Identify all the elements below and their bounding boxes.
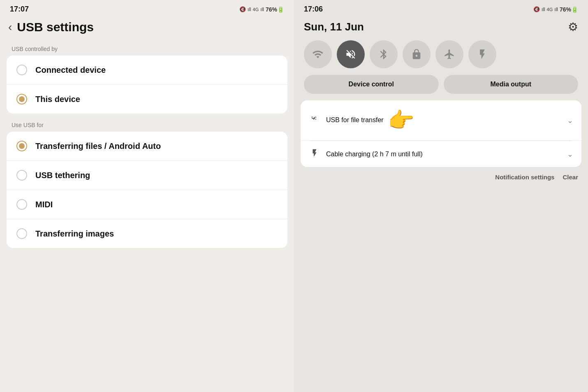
usb-file-transfer-text: USB for file transfer 👉 (326, 108, 567, 133)
back-button[interactable]: ‹ (8, 21, 12, 34)
midi-label: MIDI (35, 200, 53, 209)
date-display: Sun, 11 Jun (304, 21, 364, 33)
media-output-button[interactable]: Media output (444, 75, 579, 94)
left-time: 17:07 (10, 5, 29, 14)
right-battery-text: 76%🔋 (560, 6, 578, 13)
header-bar: ‹ USB settings (0, 17, 294, 41)
left-panel: 17:07 🔇 ıll 4G ıll 76%🔋 ‹ USB settings U… (0, 0, 294, 392)
clear-button[interactable]: Clear (563, 174, 578, 181)
mute-toggle[interactable] (337, 40, 365, 68)
transferring-files-option[interactable]: Transferring files / Android Auto (7, 132, 287, 161)
usb-tethering-option[interactable]: USB tethering (7, 161, 287, 190)
usb-file-transfer-notif[interactable]: USB for file transfer 👉 ⌄ (301, 100, 581, 141)
pointing-hand-icon: 👉 (388, 108, 414, 133)
right-status-icons: 🔇 ıll 4G ıll 76%🔋 (533, 6, 578, 13)
usb-controlled-label: USB controlled by (0, 41, 294, 56)
charging-expand-icon[interactable]: ⌄ (567, 150, 573, 159)
mute-icon: 🔇 (239, 6, 246, 12)
left-status-icons: 🔇 ıll 4G ıll 76%🔋 (239, 6, 284, 13)
airplane-mode-toggle[interactable] (435, 40, 463, 68)
right-signal-icon: ıll (542, 7, 545, 12)
usb-transfer-label: USB for file transfer (326, 116, 384, 123)
control-buttons-row: Device control Media output (294, 75, 588, 100)
this-device-radio[interactable] (16, 94, 27, 104)
transferring-files-radio[interactable] (16, 141, 27, 151)
midi-radio[interactable] (16, 199, 27, 210)
signal-icon: ıll (248, 7, 251, 12)
usb-expand-icon[interactable]: ⌄ (567, 116, 573, 125)
this-device-option[interactable]: This device (7, 85, 287, 114)
midi-option[interactable]: MIDI (7, 190, 287, 219)
cable-charging-notif[interactable]: Cable charging (2 h 7 m until full) ⌄ (301, 141, 581, 167)
transferring-images-radio[interactable] (16, 228, 27, 239)
usb-tethering-radio[interactable] (16, 170, 27, 181)
right-4g-icon: 4G (547, 7, 553, 12)
settings-gear-icon[interactable]: ⚙ (568, 20, 578, 34)
notification-settings-button[interactable]: Notification settings (495, 174, 554, 181)
this-device-label: This device (35, 95, 80, 104)
flashlight-toggle[interactable] (468, 40, 496, 68)
transferring-files-label: Transferring files / Android Auto (35, 141, 161, 151)
connected-device-label: Connected device (35, 65, 106, 75)
date-settings-row: Sun, 11 Jun ⚙ (294, 17, 588, 40)
right-mute-icon: 🔇 (533, 6, 540, 12)
usb-tethering-label: USB tethering (35, 171, 90, 180)
transferring-images-label: Transferring images (35, 229, 114, 239)
right-status-bar: 17:06 🔇 ıll 4G ıll 76%🔋 (294, 0, 588, 17)
quick-toggles (294, 40, 588, 75)
wifi-toggle[interactable] (304, 40, 332, 68)
transferring-images-option[interactable]: Transferring images (7, 219, 287, 248)
right-signal2-icon: ıll (554, 7, 558, 12)
signal2-icon: ıll (260, 7, 264, 12)
charging-icon (309, 148, 320, 160)
notif-actions-row: Notification settings Clear (294, 170, 588, 184)
rotation-lock-toggle[interactable] (403, 40, 431, 68)
connected-device-option[interactable]: Connected device (7, 56, 287, 85)
battery-text: 76%🔋 (266, 6, 284, 13)
use-usb-card: Transferring files / Android Auto USB te… (7, 132, 287, 248)
connected-device-radio[interactable] (16, 65, 27, 75)
notification-card: USB for file transfer 👉 ⌄ Cable charging… (301, 100, 581, 167)
usb-controlled-card: Connected device This device (7, 56, 287, 114)
4g-icon: 4G (253, 7, 259, 12)
use-usb-label: Use USB for (0, 117, 294, 132)
usb-icon (309, 115, 320, 126)
device-control-button[interactable]: Device control (304, 75, 439, 94)
page-title: USB settings (17, 20, 94, 34)
right-panel: 17:06 🔇 ıll 4G ıll 76%🔋 Sun, 11 Jun ⚙ (294, 0, 588, 392)
left-status-bar: 17:07 🔇 ıll 4G ıll 76%🔋 (0, 0, 294, 17)
bluetooth-toggle[interactable] (370, 40, 398, 68)
cable-charging-text: Cable charging (2 h 7 m until full) (326, 151, 567, 158)
right-time: 17:06 (304, 5, 323, 14)
